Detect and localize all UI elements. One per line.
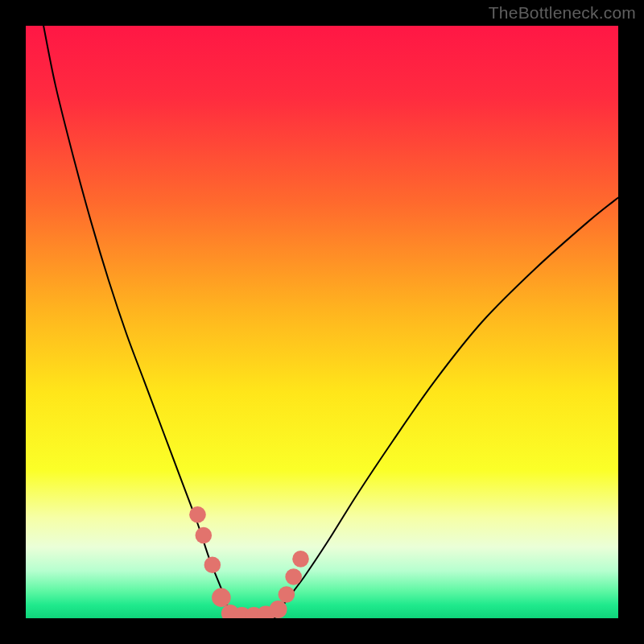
data-marker — [279, 586, 295, 603]
data-marker — [189, 506, 206, 523]
plot-area — [26, 26, 618, 618]
data-marker — [204, 556, 221, 573]
data-marker — [292, 551, 309, 568]
curve-right-branch — [275, 197, 618, 618]
data-marker — [285, 568, 302, 585]
watermark-text: TheBottleneck.com — [489, 3, 636, 23]
data-marker — [212, 588, 231, 607]
data-marker — [269, 601, 287, 618]
data-marker — [195, 527, 212, 544]
outer-frame: TheBottleneck.com — [0, 0, 644, 644]
data-markers — [189, 506, 309, 618]
bottleneck-curve — [26, 26, 618, 618]
